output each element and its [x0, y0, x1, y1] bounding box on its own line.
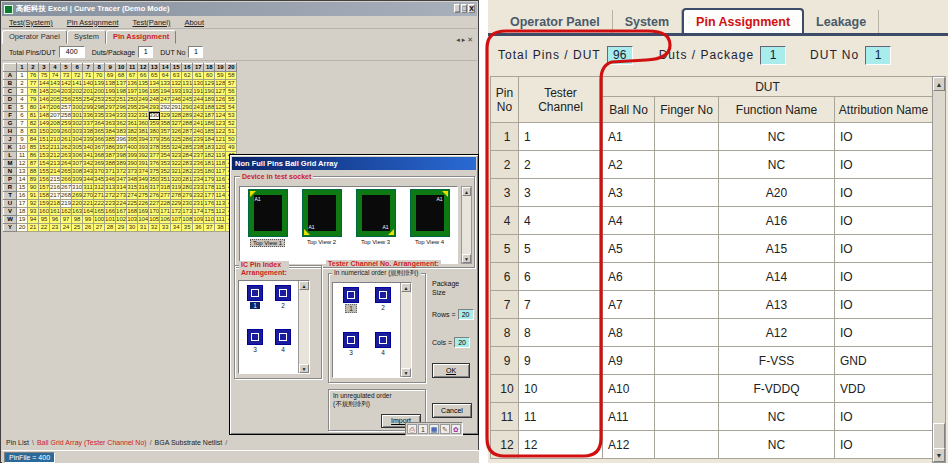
- bga-cell-G17[interactable]: 241: [193, 120, 204, 128]
- bga-cell-E14[interactable]: 292: [160, 104, 171, 112]
- bga-cell-D3[interactable]: 146: [39, 96, 50, 104]
- top-view-tile-2[interactable]: A1Top View 2: [296, 189, 347, 261]
- tab-leakage[interactable]: Leakage: [804, 10, 879, 33]
- bga-cell-J20[interactable]: 50: [226, 136, 237, 144]
- bga-cell-J2[interactable]: 84: [28, 136, 39, 144]
- top-view-tile-4[interactable]: A1Top View 4: [404, 189, 455, 261]
- bga-cell-T10[interactable]: 273: [116, 192, 127, 200]
- bga-cell-V12[interactable]: 169: [138, 208, 149, 216]
- bga-cell-F6[interactable]: 301: [72, 112, 83, 120]
- bga-cell-U7[interactable]: 221: [83, 200, 94, 208]
- cell-function-name-5[interactable]: A15: [719, 235, 835, 263]
- bga-cell-F13[interactable]: 330: [149, 112, 160, 120]
- bga-cell-U16[interactable]: 230: [182, 200, 193, 208]
- grid-row-header-F[interactable]: F: [4, 112, 17, 120]
- bga-cell-D6[interactable]: 255: [72, 96, 83, 104]
- grid-col-header-7[interactable]: 7: [83, 64, 94, 72]
- bga-cell-P12[interactable]: 349: [138, 176, 149, 184]
- bga-cell-H15[interactable]: 326: [171, 128, 182, 136]
- bga-cell-P17[interactable]: 234: [193, 176, 204, 184]
- bga-cell-H20[interactable]: 51: [226, 128, 237, 136]
- grid-row-header-C[interactable]: C: [4, 88, 17, 96]
- bga-cell-E3[interactable]: 147: [39, 104, 50, 112]
- bga-cell-W8[interactable]: 100: [94, 216, 105, 224]
- bga-cell-A5[interactable]: 73: [61, 72, 72, 80]
- bga-cell-R7[interactable]: 311: [83, 184, 94, 192]
- scroll-up-icon[interactable]: ▲: [299, 281, 309, 290]
- bga-cell-N4[interactable]: 214: [50, 168, 61, 176]
- cell-pin-no-1[interactable]: 1: [491, 123, 519, 151]
- bga-cell-B5[interactable]: 142: [61, 80, 72, 88]
- grid-row-header-T[interactable]: T: [4, 192, 17, 200]
- sheet-tab-2[interactable]: Ball Grid Array (Tester Channel No): [34, 439, 150, 446]
- cell-pin-no-11[interactable]: 11: [491, 403, 519, 431]
- bga-cell-B13[interactable]: 134: [149, 80, 160, 88]
- cell-tester-channel-12[interactable]: 12: [519, 431, 603, 459]
- cell-function-name-12[interactable]: NC: [719, 431, 835, 459]
- cell-ball-no-3[interactable]: A3: [603, 179, 655, 207]
- bga-cell-M8[interactable]: 369: [94, 160, 105, 168]
- grid-col-header-15[interactable]: 15: [171, 64, 182, 72]
- bga-cell-F9[interactable]: 334: [105, 112, 116, 120]
- bga-cell-E17[interactable]: 243: [193, 104, 204, 112]
- cell-attribution-name-4[interactable]: IO: [835, 207, 933, 235]
- bga-cell-G8[interactable]: 364: [94, 120, 105, 128]
- bga-cell-V5[interactable]: 162: [61, 208, 72, 216]
- bga-cell-U3[interactable]: 159: [39, 200, 50, 208]
- grid-row-header-Y[interactable]: Y: [4, 224, 17, 232]
- bga-cell-E5[interactable]: 257: [61, 104, 72, 112]
- bga-cell-A11[interactable]: 67: [127, 72, 138, 80]
- menu-item-test-panel-[interactable]: Test(Panel): [125, 18, 177, 27]
- bga-cell-L2[interactable]: 86: [28, 152, 39, 160]
- bga-cell-H19[interactable]: 122: [215, 128, 226, 136]
- bga-cell-R8[interactable]: 312: [94, 184, 105, 192]
- cell-pin-no-3[interactable]: 3: [491, 179, 519, 207]
- scroll-down-icon[interactable]: ▼: [933, 448, 945, 462]
- total-pins-field[interactable]: 96: [607, 46, 633, 65]
- bga-cell-E7[interactable]: 299: [83, 104, 94, 112]
- scroll-down-icon[interactable]: ▼: [299, 364, 309, 373]
- bga-cell-K13[interactable]: 378: [149, 144, 160, 152]
- menu-item-test-system-[interactable]: Test(System): [2, 18, 60, 27]
- cell-function-name-6[interactable]: A14: [719, 263, 835, 291]
- cell-pin-no-7[interactable]: 7: [491, 291, 519, 319]
- bga-cell-T3[interactable]: 158: [39, 192, 50, 200]
- cell-function-name-10[interactable]: F-VDDQ: [719, 375, 835, 403]
- grid-row-header-G[interactable]: G: [4, 120, 17, 128]
- bga-cell-B17[interactable]: 130: [193, 80, 204, 88]
- bga-cell-T14[interactable]: 277: [160, 192, 171, 200]
- bga-cell-P13[interactable]: 350: [149, 176, 160, 184]
- cell-attribution-name-3[interactable]: IO: [835, 179, 933, 207]
- bga-cell-A18[interactable]: 60: [204, 72, 215, 80]
- top-view-label-2[interactable]: Top View 2: [305, 239, 338, 245]
- bga-cell-Y3[interactable]: 22: [39, 224, 50, 232]
- cell-pin-no-10[interactable]: 10: [491, 375, 519, 403]
- bga-cell-Y15[interactable]: 34: [171, 224, 182, 232]
- bga-cell-G3[interactable]: 149: [39, 120, 50, 128]
- bga-cell-H9[interactable]: 384: [105, 128, 116, 136]
- bga-cell-K3[interactable]: 152: [39, 144, 50, 152]
- bga-cell-Y14[interactable]: 33: [160, 224, 171, 232]
- bga-cell-C3[interactable]: 145: [39, 88, 50, 96]
- window-titlebar[interactable]: 高鉅科技 Excel | Curve Tracer (Demo Mode) _□…: [2, 2, 477, 16]
- bga-cell-W9[interactable]: 101: [105, 216, 116, 224]
- bga-cell-U8[interactable]: 222: [94, 200, 105, 208]
- bga-cell-M17[interactable]: 236: [193, 160, 204, 168]
- bga-cell-A10[interactable]: 68: [116, 72, 127, 80]
- bga-cell-N2[interactable]: 88: [28, 168, 39, 176]
- bga-cell-U9[interactable]: 223: [105, 200, 116, 208]
- bga-cell-F4[interactable]: 207: [50, 112, 61, 120]
- bga-cell-M6[interactable]: 307: [72, 160, 83, 168]
- bga-cell-D1[interactable]: 4: [17, 96, 28, 104]
- cell-function-name-7[interactable]: A13: [719, 291, 835, 319]
- bga-cell-W3[interactable]: 95: [39, 216, 50, 224]
- bga-cell-P7[interactable]: 344: [83, 176, 94, 184]
- bga-cell-C6[interactable]: 202: [72, 88, 83, 96]
- cell-finger-no-10[interactable]: [655, 375, 719, 403]
- grid-row-header-N[interactable]: N: [4, 168, 17, 176]
- duts-package-field[interactable]: 1: [760, 46, 786, 65]
- bga-cell-V2[interactable]: 93: [28, 208, 39, 216]
- bga-cell-A4[interactable]: 74: [50, 72, 61, 80]
- bga-cell-W13[interactable]: 105: [149, 216, 160, 224]
- bga-cell-G11[interactable]: 361: [127, 120, 138, 128]
